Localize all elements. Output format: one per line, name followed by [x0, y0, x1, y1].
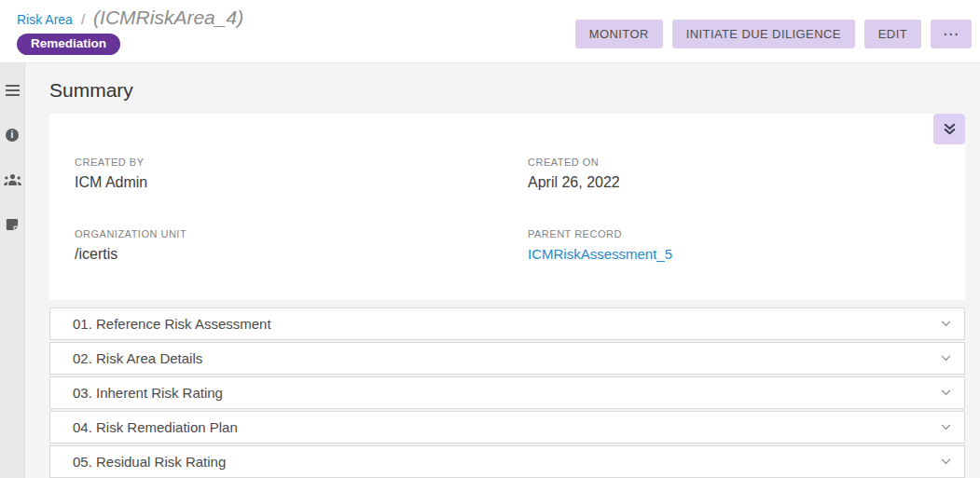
left-toolbar	[0, 63, 25, 478]
info-icon[interactable]	[0, 127, 25, 143]
section-label: 03. Inherent Risk Rating	[73, 385, 223, 401]
notes-icon[interactable]	[0, 216, 25, 232]
section-label: 01. Reference Risk Assessment	[73, 316, 271, 332]
content-area: Summary CREATED BY ICM Admin CREATED ON …	[0, 63, 980, 478]
monitor-button[interactable]: MONITOR	[575, 20, 663, 48]
section-risk-area-details[interactable]: 02. Risk Area Details	[49, 342, 965, 375]
section-label: 04. Risk Remediation Plan	[73, 419, 238, 435]
page-header: Risk Area / (ICMRiskArea_4) Remediation …	[0, 0, 980, 63]
main-panel: Summary CREATED BY ICM Admin CREATED ON …	[25, 63, 980, 478]
page-title: Summary	[49, 79, 965, 102]
field-label: CREATED ON	[528, 157, 946, 168]
header-actions: MONITOR INITIATE DUE DILIGENCE EDIT ⋯	[575, 20, 972, 48]
field-value: /icertis	[75, 246, 528, 263]
section-reference-risk-assessment[interactable]: 01. Reference Risk Assessment	[49, 307, 965, 340]
chevron-down-icon	[941, 458, 951, 465]
field-label: PARENT RECORD	[528, 228, 946, 239]
section-risk-remediation-plan[interactable]: 04. Risk Remediation Plan	[49, 411, 965, 444]
field-organization-unit: ORGANIZATION UNIT /icertis	[75, 228, 528, 263]
field-created-on: CREATED ON April 26, 2022	[528, 157, 946, 191]
double-chevron-down-icon	[943, 122, 957, 136]
breadcrumb-separator: /	[81, 11, 85, 27]
field-label: CREATED BY	[75, 157, 528, 168]
field-value: April 26, 2022	[528, 174, 946, 191]
collapse-all-button[interactable]	[933, 114, 965, 144]
section-inherent-risk-rating[interactable]: 03. Inherent Risk Rating	[49, 376, 965, 409]
chevron-down-icon	[941, 355, 951, 362]
edit-button[interactable]: EDIT	[864, 20, 921, 48]
section-residual-risk-rating[interactable]: 05. Residual Risk Rating	[49, 445, 965, 478]
record-title: (ICMRiskArea_4)	[93, 7, 243, 29]
status-badge: Remediation	[17, 34, 120, 55]
section-label: 05. Residual Risk Rating	[73, 454, 226, 470]
field-created-by: CREATED BY ICM Admin	[75, 157, 528, 191]
field-label: ORGANIZATION UNIT	[75, 228, 528, 239]
chevron-down-icon	[941, 424, 951, 430]
summary-card: CREATED BY ICM Admin CREATED ON April 26…	[49, 114, 965, 300]
breadcrumb-parent-link[interactable]: Risk Area	[17, 12, 73, 27]
field-parent-record: PARENT RECORD ICMRiskAssessment_5	[528, 228, 946, 263]
parent-record-link[interactable]: ICMRiskAssessment_5	[528, 246, 672, 262]
section-label: 02. Risk Area Details	[73, 350, 202, 366]
accordion-list: 01. Reference Risk Assessment 02. Risk A…	[49, 307, 965, 478]
summary-fields: CREATED BY ICM Admin CREATED ON April 26…	[75, 157, 946, 263]
chevron-down-icon	[941, 321, 951, 327]
breadcrumb: Risk Area / (ICMRiskArea_4)	[17, 7, 243, 29]
menu-icon[interactable]	[0, 82, 25, 98]
field-value: ICM Admin	[75, 174, 528, 191]
initiate-due-diligence-button[interactable]: INITIATE DUE DILIGENCE	[672, 20, 855, 48]
more-actions-button[interactable]: ⋯	[931, 20, 972, 48]
chevron-down-icon	[941, 389, 951, 396]
team-icon[interactable]	[0, 171, 25, 187]
